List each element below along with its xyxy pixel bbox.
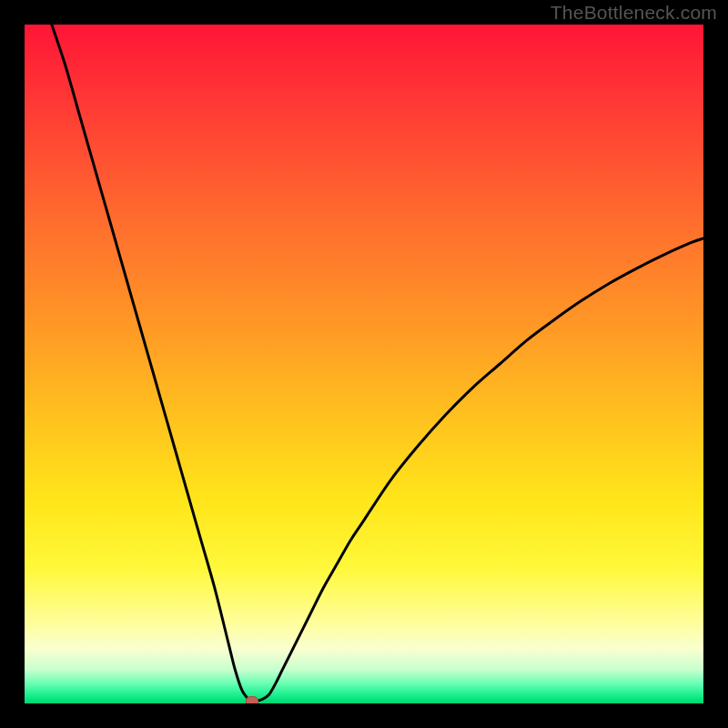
plot-area: [25, 25, 703, 703]
bottleneck-curve: [25, 25, 703, 703]
minimum-marker: [246, 696, 258, 703]
chart-stage: TheBottleneck.com: [0, 0, 728, 728]
watermark-text: TheBottleneck.com: [551, 2, 717, 24]
